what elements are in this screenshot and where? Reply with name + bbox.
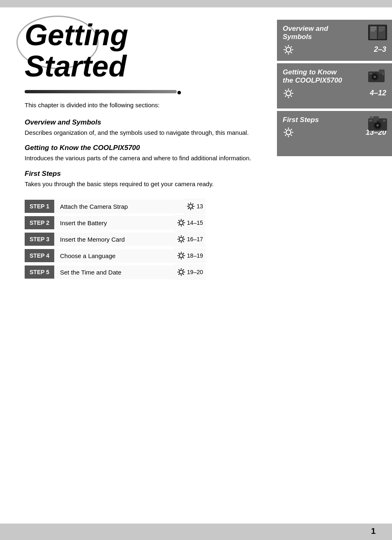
svg-point-18 — [179, 238, 183, 241]
section-firststeps: First Steps Takes you through the basic … — [25, 170, 261, 189]
section-overview-body: Describes organization of, and the symbo… — [25, 128, 261, 138]
right-card-coolpix-footer: 4–12 — [283, 88, 386, 99]
svg-line-61 — [291, 52, 292, 53]
svg-line-42 — [183, 274, 184, 275]
svg-line-78 — [291, 90, 292, 91]
step-2-description: Insert the Battery — [54, 216, 174, 230]
intro-text: This chapter is divided into the followi… — [25, 101, 261, 110]
svg-point-68 — [374, 76, 376, 78]
svg-rect-51 — [371, 30, 375, 31]
right-card-coolpix-icon — [283, 88, 294, 99]
step-1-pages: 13 — [184, 198, 205, 214]
camera-front-icon — [367, 115, 388, 134]
svg-point-27 — [179, 254, 183, 258]
divider-line — [25, 90, 177, 93]
title-area: Getting Started — [25, 20, 261, 82]
step-5-label: STEP 5 — [25, 265, 54, 279]
svg-point-89 — [286, 130, 291, 135]
step-4-description: Choose a Language — [54, 249, 174, 263]
right-card-coolpix-pages: 4–12 — [370, 89, 386, 97]
svg-rect-81 — [373, 116, 379, 120]
svg-line-77 — [291, 95, 292, 97]
right-card-firststeps: First Steps — [277, 111, 392, 156]
svg-line-41 — [179, 270, 180, 270]
step-4-page-number: 18–19 — [187, 252, 203, 259]
sections-list: Overview and Symbols Describes organizat… — [25, 118, 261, 189]
svg-point-85 — [376, 124, 379, 127]
svg-line-23 — [179, 237, 180, 238]
title-line2: Started — [25, 51, 261, 82]
svg-rect-50 — [371, 29, 376, 30]
svg-line-8 — [188, 208, 189, 209]
section-firststeps-body: Takes you through the basic steps requir… — [25, 180, 261, 189]
title-text: Getting Started — [25, 20, 261, 82]
svg-rect-49 — [371, 27, 376, 28]
svg-point-36 — [179, 270, 183, 274]
svg-line-35 — [179, 258, 180, 258]
svg-rect-82 — [370, 116, 372, 119]
svg-rect-53 — [379, 29, 385, 30]
step-3-icon — [177, 235, 186, 244]
step-1-page-number: 13 — [196, 203, 203, 210]
camera-side-icon — [367, 67, 388, 86]
svg-line-15 — [183, 225, 184, 226]
svg-line-5 — [188, 204, 189, 205]
section-firststeps-heading: First Steps — [25, 170, 261, 178]
page-number: 1 — [371, 526, 376, 536]
svg-line-76 — [285, 90, 286, 91]
right-card-overview-icon — [283, 44, 294, 55]
step-2-label: STEP 2 — [25, 216, 54, 229]
step-2-pages: 14–15 — [174, 215, 205, 231]
right-panel: Overview andSymbols — [277, 7, 392, 524]
svg-line-33 — [183, 258, 184, 258]
right-card-overview-footer: 2–3 — [283, 44, 386, 55]
book-icon — [367, 24, 388, 43]
step-3-label: STEP 3 — [25, 233, 54, 246]
step-3-description: Insert the Memory Card — [54, 233, 174, 246]
svg-rect-65 — [379, 69, 385, 74]
svg-line-6 — [193, 208, 194, 209]
svg-rect-70 — [382, 73, 384, 75]
step-2-page-number: 14–15 — [187, 219, 203, 226]
right-card-overview: Overview andSymbols — [277, 20, 392, 61]
bottom-bar: 1 — [0, 524, 392, 540]
main-content: Getting Started This chapter is divided … — [0, 7, 392, 524]
svg-point-9 — [179, 221, 183, 225]
section-coolpix-body: Introduces the various parts of the came… — [25, 154, 261, 163]
top-bar — [0, 0, 392, 7]
section-overview-heading: Overview and Symbols — [25, 118, 261, 127]
step-row-4: STEP 4 Choose a Language 18–19 — [25, 248, 205, 263]
book-thumbnail — [367, 24, 388, 41]
section-overview: Overview and Symbols Describes organizat… — [25, 118, 261, 138]
step-row-1: STEP 1 Attach the Camera Strap 13 — [25, 198, 205, 214]
svg-line-79 — [285, 95, 286, 97]
camera-front-thumbnail — [367, 115, 388, 132]
svg-line-7 — [193, 204, 194, 205]
svg-point-55 — [286, 47, 291, 52]
step-row-5: STEP 5 Set the Time and Date 19–20 — [25, 264, 205, 280]
svg-line-14 — [179, 220, 180, 221]
svg-rect-69 — [369, 73, 372, 74]
right-card-firststeps-icon — [283, 127, 294, 138]
svg-line-24 — [183, 241, 184, 242]
svg-rect-52 — [379, 27, 385, 28]
step-1-label: STEP 1 — [25, 200, 54, 213]
svg-line-34 — [183, 253, 184, 254]
svg-line-62 — [291, 46, 292, 47]
svg-point-71 — [286, 91, 291, 96]
svg-line-25 — [183, 237, 184, 238]
svg-line-44 — [179, 274, 180, 275]
svg-line-32 — [179, 253, 180, 254]
svg-rect-87 — [383, 120, 385, 122]
right-panel-inner: Overview andSymbols — [277, 7, 392, 157]
svg-rect-54 — [379, 30, 383, 31]
steps-container: STEP 1 Attach the Camera Strap 13 — [25, 198, 205, 280]
step-5-page-number: 19–20 — [187, 269, 203, 275]
step-1-icon — [186, 202, 195, 211]
step-4-label: STEP 4 — [25, 249, 54, 262]
camera-side-thumbnail — [367, 67, 388, 85]
svg-line-97 — [285, 135, 286, 136]
section-coolpix-heading: Getting to Know the COOLPIX5700 — [25, 144, 261, 152]
svg-line-95 — [291, 135, 292, 136]
section-coolpix: Getting to Know the COOLPIX5700 Introduc… — [25, 144, 261, 163]
